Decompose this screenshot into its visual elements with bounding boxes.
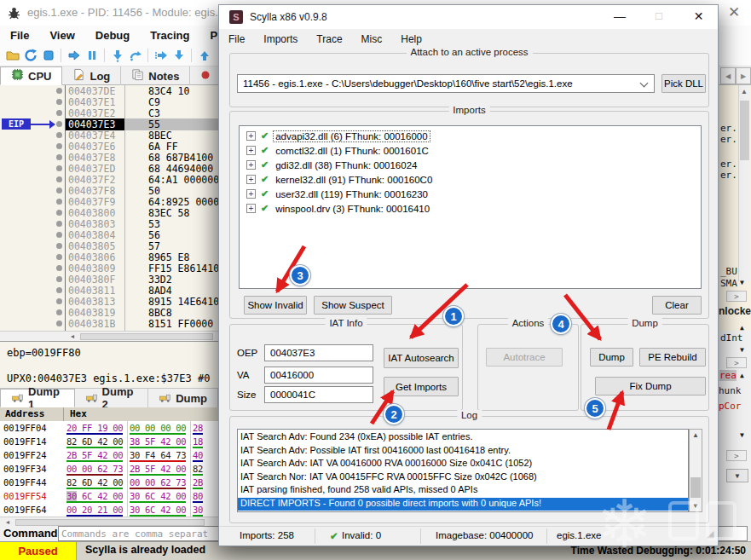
import-module-row[interactable]: +✔winspool.drv (3) FThunk: 00016410 <box>240 201 701 216</box>
scroll-left-icon[interactable]: ◂ <box>66 332 78 341</box>
disasm-row[interactable]: 004037E48BEC <box>0 130 218 141</box>
disassembly-pane[interactable]: 004037DE83C4 10004037E1C9004037E2C300403… <box>0 85 218 331</box>
disasm-row[interactable]: 004038138915 14E6410 <box>0 296 218 307</box>
hex-row[interactable]: 0019FF1482 6D 42 0038 5F 42 0018 <box>0 435 218 448</box>
hex-row[interactable]: 0019FF3400 00 62 732B 5F 42 0082 <box>0 462 218 476</box>
disasm-row[interactable]: 0040380353 <box>0 218 218 229</box>
scroll-up-icon[interactable]: ▲ <box>740 372 744 379</box>
disasm-row[interactable]: 0040380557 <box>0 240 218 251</box>
import-module-row[interactable]: +✔advapi32.dll (6) FThunk: 00016000 <box>240 129 701 143</box>
log-line[interactable]: IAT Search Adv: Found 234 (0xEA) possibl… <box>238 431 688 445</box>
hex-row[interactable]: 0019FF5430 6C 42 0030 6C 42 0080 <box>0 489 218 503</box>
fix-dump-button[interactable]: Fix Dump <box>595 377 706 395</box>
scroll-up-icon[interactable]: ▲ <box>740 324 744 332</box>
get-imports-button[interactable]: Get Imports <box>384 377 459 396</box>
iat-autosearch-button[interactable]: IAT Autosearch <box>384 348 459 368</box>
tab-dump-2[interactable]: Dump 2 <box>75 389 149 407</box>
clear-button[interactable]: Clear <box>652 296 702 315</box>
debugger-close-icon[interactable]: ✕ <box>721 2 747 23</box>
disasm-row[interactable]: 0040381B8151 FF0000 <box>0 318 218 329</box>
expand-icon[interactable]: + <box>246 204 256 213</box>
disasm-row[interactable]: 004037DE83C4 10 <box>0 85 218 96</box>
breakpoint-gutter-dot-icon[interactable] <box>56 88 62 94</box>
breakpoint-gutter-dot-icon[interactable] <box>56 143 62 149</box>
size-field[interactable]: 0000041C <box>264 386 373 403</box>
scroll-thumb[interactable] <box>15 519 205 526</box>
scroll-down-icon[interactable]: ▼ <box>740 346 744 354</box>
hex-row[interactable]: 0019FF6400 20 21 0030 6C 42 0030 <box>0 503 218 517</box>
tab-cpu[interactable]: CPU <box>0 66 62 85</box>
hex-row[interactable]: 0019FF0420 FF 19 0000 00 00 0028 <box>0 421 218 435</box>
menu-item-view[interactable]: View <box>39 29 84 42</box>
step-out-icon[interactable] <box>170 48 188 64</box>
breakpoint-gutter-dot-icon[interactable] <box>56 154 62 160</box>
run-icon[interactable] <box>65 48 83 64</box>
resize-grip-icon[interactable]: ◢ <box>707 528 713 540</box>
breakpoint-gutter-dot-icon[interactable] <box>56 199 62 205</box>
menu-item-tracing[interactable]: Tracing <box>140 29 199 42</box>
dropdown-icon[interactable]: ▼ <box>726 469 748 482</box>
scroll-up-icon[interactable]: ▲ <box>690 431 702 439</box>
breakpoint-gutter-dot-icon[interactable] <box>56 188 62 193</box>
breakpoint-gutter-dot-icon[interactable] <box>56 99 62 105</box>
disasm-row[interactable]: 0040380083EC 58 <box>0 207 218 218</box>
hex-row[interactable]: 0019FF4482 6D 42 0000 00 62 732B <box>0 476 218 489</box>
import-module-row[interactable]: +✔kernel32.dll (91) FThunk: 000160C0 <box>240 172 701 187</box>
disasm-hscrollbar[interactable]: ◂ <box>0 331 218 341</box>
breakpoint-gutter-dot-icon[interactable] <box>56 243 62 249</box>
tab-breakpoints[interactable] <box>190 66 222 85</box>
pick-dll-button[interactable]: Pick DLL <box>661 74 706 93</box>
log-line[interactable]: IAT Search Adv: IAT VA 00416000 RVA 0001… <box>238 458 688 471</box>
dump-button[interactable]: Dump <box>590 348 633 367</box>
expand-icon[interactable]: + <box>246 189 256 199</box>
disasm-row[interactable]: 004037E66A FF <box>0 141 218 152</box>
disasm-row[interactable]: 004038068965 E8 <box>0 251 218 263</box>
scroll-down-icon[interactable]: ▼ <box>740 431 744 439</box>
menu-item-file[interactable]: File <box>0 29 39 42</box>
pane-expand-icon[interactable]: > <box>726 450 747 461</box>
tab-notes[interactable]: Notes <box>121 66 190 85</box>
disasm-row[interactable]: 0040380456 <box>0 229 218 240</box>
breakpoint-gutter-dot-icon[interactable] <box>56 309 62 315</box>
scylla-menu-item-file[interactable]: File <box>219 33 254 45</box>
step-into-icon[interactable] <box>108 48 126 64</box>
close-icon[interactable]: ✕ <box>679 5 718 29</box>
breakpoint-gutter-dot-icon[interactable] <box>56 210 62 216</box>
show-invalid-button[interactable]: Show Invalid <box>244 296 307 315</box>
disasm-row[interactable]: 004037E1C9 <box>0 96 218 107</box>
log-list[interactable]: IAT Search Adv: Found 234 (0xEA) possibl… <box>237 429 689 512</box>
log-line[interactable]: IAT parsing finished, found 258 valid AP… <box>238 484 688 498</box>
scroll-thumb[interactable] <box>740 101 749 160</box>
disasm-row[interactable]: 004037F264:A1 000000 <box>0 174 218 185</box>
breakpoint-gutter-dot-icon[interactable] <box>56 110 62 116</box>
step-over-icon[interactable] <box>126 48 144 64</box>
scroll-thumb[interactable] <box>690 477 701 498</box>
minimize-icon[interactable]: — <box>601 5 638 29</box>
scroll-up-icon[interactable]: ▲ <box>739 87 749 97</box>
open-folder-icon[interactable] <box>3 48 21 64</box>
log-line[interactable]: IAT Search Adv: Possible IAT first 00416… <box>238 445 688 459</box>
scroll-down-icon[interactable]: ▼ <box>740 279 744 286</box>
breakpoint-gutter-dot-icon[interactable] <box>56 287 62 293</box>
disasm-row[interactable]: 004038118AD4 <box>0 285 218 296</box>
log-scrollbar[interactable]: ▲ ▼ <box>689 429 702 512</box>
run-to-user-icon[interactable] <box>195 48 213 64</box>
restart-icon[interactable] <box>21 48 39 64</box>
disasm-row[interactable]: 004037E2C3 <box>0 107 218 118</box>
pause-icon[interactable] <box>83 48 101 64</box>
tab-dump[interactable]: Dump <box>148 389 218 407</box>
tab-dump-1[interactable]: Dump 1 <box>0 389 75 407</box>
import-module-row[interactable]: +✔comctl32.dll (1) FThunk: 0001601C <box>240 143 701 158</box>
breakpoint-gutter-dot-icon[interactable] <box>56 298 62 304</box>
scylla-menu-item-trace[interactable]: Trace <box>307 33 351 45</box>
hex-row[interactable]: 0019FF242B 5F 42 0030 F4 64 7340 <box>0 448 218 462</box>
log-line[interactable]: IAT Search Nor: IAT VA 00415FFC RVA 0001… <box>238 471 688 485</box>
scroll-down-icon[interactable]: ▼ <box>690 502 702 510</box>
disasm-row[interactable]: 004037F964:8925 0000 <box>0 196 218 207</box>
breakpoint-gutter-dot-icon[interactable] <box>56 221 62 227</box>
log-line[interactable]: DIRECT IMPORTS - Found 0 possible direct… <box>238 498 688 511</box>
breakpoint-gutter-dot-icon[interactable] <box>56 276 62 282</box>
tab-scroll-right-icon[interactable]: ▶ <box>736 67 751 84</box>
menu-item-debug[interactable]: Debug <box>85 29 140 42</box>
disasm-row[interactable]: 00403809FF15 E861410 <box>0 263 218 274</box>
